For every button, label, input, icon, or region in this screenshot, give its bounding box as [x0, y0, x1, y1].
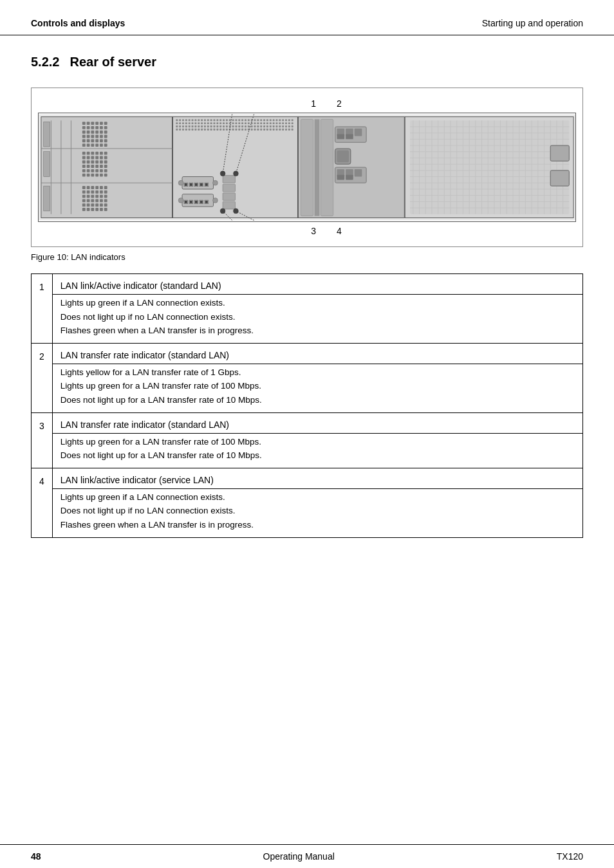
svg-rect-157 — [176, 122, 178, 124]
svg-rect-137 — [232, 119, 234, 121]
svg-rect-161 — [189, 122, 191, 124]
svg-rect-270 — [292, 129, 293, 131]
svg-rect-113 — [87, 208, 90, 211]
svg-rect-302 — [355, 169, 362, 177]
table-row: 1LAN link/Active indicator (standard LAN… — [32, 274, 583, 295]
footer-page-number: 48 — [31, 851, 41, 862]
svg-rect-266 — [279, 129, 281, 131]
svg-rect-81 — [104, 174, 107, 177]
svg-rect-236 — [185, 129, 187, 131]
svg-rect-140 — [241, 119, 243, 121]
svg-rect-173 — [226, 122, 228, 124]
svg-rect-249 — [226, 129, 228, 131]
section-heading: Rear of server — [70, 55, 156, 69]
svg-rect-86 — [100, 186, 103, 189]
svg-rect-183 — [257, 122, 259, 124]
svg-rect-94 — [82, 195, 86, 198]
row-detail: Lights up green if a LAN connection exis… — [52, 488, 582, 537]
svg-rect-216 — [241, 125, 243, 127]
svg-rect-38 — [100, 139, 103, 142]
svg-rect-120 — [179, 119, 181, 121]
svg-rect-88 — [82, 190, 86, 194]
svg-rect-63 — [104, 160, 107, 163]
svg-rect-213 — [232, 125, 234, 127]
table-row: 4LAN link/active indicator (service LAN) — [32, 468, 583, 488]
svg-rect-93 — [104, 190, 107, 194]
svg-rect-304 — [346, 175, 353, 180]
svg-rect-116 — [100, 208, 103, 211]
svg-rect-231 — [288, 125, 290, 127]
svg-rect-122 — [185, 119, 187, 121]
svg-rect-155 — [288, 119, 290, 121]
svg-rect-235 — [182, 129, 184, 131]
table-row-detail: Lights up green if a LAN connection exis… — [32, 295, 583, 344]
svg-rect-257 — [251, 129, 253, 131]
svg-rect-232 — [292, 125, 293, 127]
svg-rect-124 — [192, 119, 194, 121]
svg-rect-130 — [210, 119, 212, 121]
svg-rect-25 — [95, 131, 98, 134]
svg-rect-64 — [82, 165, 86, 168]
svg-rect-255 — [245, 129, 247, 131]
svg-rect-190 — [279, 122, 281, 124]
svg-rect-156 — [292, 119, 293, 121]
svg-rect-146 — [260, 119, 262, 121]
svg-rect-239 — [194, 129, 196, 131]
svg-rect-139 — [238, 119, 240, 121]
svg-rect-12 — [91, 122, 94, 125]
svg-rect-129 — [207, 119, 209, 121]
svg-rect-177 — [238, 122, 240, 124]
section-number: 5.2.2 — [31, 55, 59, 69]
svg-rect-205 — [207, 125, 209, 127]
svg-rect-89 — [87, 190, 90, 194]
svg-rect-191 — [282, 122, 284, 124]
svg-rect-57 — [104, 156, 107, 160]
svg-rect-126 — [198, 119, 200, 121]
svg-rect-253 — [238, 129, 240, 131]
svg-rect-13 — [95, 122, 98, 125]
svg-rect-150 — [273, 119, 275, 121]
svg-rect-296 — [346, 134, 353, 140]
svg-rect-246 — [216, 129, 218, 131]
svg-rect-31 — [95, 135, 98, 138]
svg-rect-28 — [82, 135, 86, 138]
svg-rect-32 — [100, 135, 103, 138]
figure-caption: Figure 10: LAN indicators — [31, 252, 583, 262]
svg-rect-244 — [210, 129, 212, 131]
svg-rect-198 — [185, 125, 187, 127]
svg-rect-19 — [95, 126, 98, 129]
svg-rect-17 — [87, 126, 90, 129]
server-svg: ▣▣▣▣▣ ▣▣▣▣▣ — [39, 113, 575, 221]
svg-rect-144 — [254, 119, 256, 121]
svg-rect-219 — [251, 125, 253, 127]
svg-rect-34 — [82, 139, 86, 142]
table-row-detail: Lights up green if a LAN connection exis… — [32, 488, 583, 537]
svg-rect-276 — [223, 184, 235, 192]
svg-rect-61 — [95, 160, 98, 163]
svg-rect-73 — [95, 169, 98, 172]
main-content: 5.2.2Rear of server 1 2 — [0, 35, 614, 564]
svg-rect-91 — [95, 190, 98, 194]
svg-rect-127 — [201, 119, 203, 121]
svg-rect-187 — [270, 122, 272, 124]
svg-rect-90 — [91, 190, 94, 194]
svg-rect-347 — [550, 171, 569, 186]
svg-rect-9 — [44, 186, 50, 211]
svg-rect-111 — [104, 203, 107, 207]
svg-rect-225 — [270, 125, 272, 127]
svg-rect-230 — [285, 125, 287, 127]
svg-rect-179 — [245, 122, 247, 124]
svg-rect-66 — [91, 165, 94, 168]
svg-rect-211 — [226, 125, 228, 127]
svg-rect-218 — [248, 125, 250, 127]
svg-rect-20 — [100, 126, 103, 129]
svg-rect-135 — [226, 119, 228, 121]
header-left: Controls and displays — [31, 18, 125, 28]
label-4: 4 — [337, 226, 342, 236]
table-row: 2LAN transfer rate indicator (standard L… — [32, 343, 583, 364]
svg-rect-247 — [219, 129, 221, 131]
svg-rect-11 — [87, 122, 90, 125]
svg-rect-58 — [82, 160, 86, 163]
svg-rect-16 — [82, 126, 86, 129]
svg-rect-201 — [194, 125, 196, 127]
